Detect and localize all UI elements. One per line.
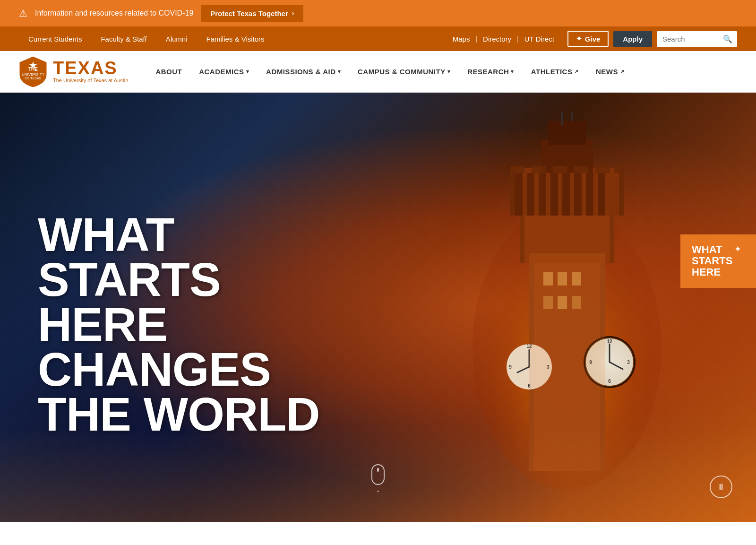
svg-rect-50: [558, 296, 567, 309]
what-starts-here-badge[interactable]: WHAT STARTS HERE ✦: [680, 234, 756, 288]
scroll-mouse-icon: [371, 464, 385, 485]
svg-rect-51: [572, 296, 581, 309]
main-navigation: THE UNIVERSITY OF TEXAS TEXAS The Univer…: [0, 51, 756, 93]
about-nav-link[interactable]: ABOUT: [147, 51, 190, 93]
svg-rect-26: [574, 166, 588, 173]
chevron-down-icon: ▾: [246, 69, 249, 75]
admissions-nav-link[interactable]: ADMISSIONS & AID ▾: [258, 51, 349, 93]
svg-text:OF TEXAS: OF TEXAS: [25, 77, 42, 80]
search-icon: 🔍: [723, 35, 732, 43]
svg-rect-25: [553, 166, 567, 173]
ut-direct-link[interactable]: UT Direct: [519, 26, 560, 51]
svg-text:6: 6: [608, 379, 611, 384]
search-input[interactable]: [657, 32, 718, 46]
faculty-staff-link[interactable]: Faculty & Staff: [91, 26, 156, 51]
covid-text: Information and resources related to COV…: [35, 9, 193, 17]
svg-rect-12: [527, 173, 534, 216]
svg-rect-20: [548, 121, 586, 145]
university-name: The University of Texas at Austin: [53, 77, 128, 84]
svg-rect-48: [572, 272, 581, 285]
svg-rect-13: [539, 173, 546, 216]
svg-rect-27: [595, 166, 610, 173]
campus-community-nav-link[interactable]: CAMPUS & COMMUNITY ▾: [349, 51, 459, 93]
chevron-down-icon-4: ▾: [511, 69, 514, 75]
chevron-down-icon-2: ▾: [338, 69, 341, 75]
svg-rect-18: [598, 173, 605, 216]
give-btn-label: Give: [585, 35, 601, 43]
search-button[interactable]: 🔍: [718, 31, 737, 47]
external-link-icon-2: ↗: [620, 69, 625, 75]
badge-star-icon: ✦: [734, 244, 741, 254]
svg-text:9: 9: [509, 364, 512, 370]
athletics-nav-link[interactable]: ATHLETICS ↗: [523, 51, 587, 93]
top-nav-links: Current Students Faculty & Staff Alumni …: [19, 26, 447, 51]
ut-shield-icon: THE UNIVERSITY OF TEXAS: [19, 56, 47, 88]
research-nav-link[interactable]: RESEARCH ▾: [459, 51, 523, 93]
pause-button[interactable]: ⏸: [710, 476, 732, 498]
logo-text: TEXAS The University of Texas at Austin: [53, 59, 128, 84]
top-nav-right-links: Maps | Directory | UT Direct ✦ Give Appl…: [447, 26, 737, 51]
news-nav-link[interactable]: NEWS ↗: [587, 51, 633, 93]
university-logo[interactable]: THE UNIVERSITY OF TEXAS TEXAS The Univer…: [19, 56, 128, 88]
svg-text:3: 3: [627, 360, 630, 365]
badge-text: WHAT STARTS HERE: [692, 244, 732, 278]
give-star-icon: ✦: [576, 35, 582, 43]
svg-rect-22: [571, 112, 573, 121]
directory-link[interactable]: Directory: [477, 26, 517, 51]
svg-text:THE: THE: [28, 67, 38, 72]
apply-btn-label: Apply: [623, 35, 643, 43]
svg-text:12: 12: [607, 339, 612, 344]
svg-text:UNIVERSITY: UNIVERSITY: [22, 72, 45, 77]
hero-section: 12 3 6 9 12 3 6 9: [0, 93, 756, 522]
scroll-indicator[interactable]: ⌄: [371, 464, 385, 493]
top-navigation: Current Students Faculty & Staff Alumni …: [0, 26, 756, 51]
svg-rect-17: [586, 173, 593, 216]
alert-icon: ⚠: [19, 8, 27, 19]
apply-button[interactable]: Apply: [613, 31, 652, 47]
svg-rect-11: [515, 173, 523, 216]
svg-rect-47: [558, 272, 567, 285]
svg-rect-15: [562, 173, 570, 216]
svg-rect-28: [614, 166, 624, 173]
alumni-link[interactable]: Alumni: [156, 26, 197, 51]
search-box: 🔍: [657, 31, 737, 47]
chevron-right-icon: ›: [292, 9, 294, 17]
svg-rect-14: [550, 173, 558, 216]
svg-rect-16: [574, 173, 582, 216]
give-button[interactable]: ✦ Give: [567, 31, 609, 47]
hero-text-block: WHAT STARTS HERE CHANGES THE WORLD: [38, 212, 319, 437]
texas-wordmark: TEXAS: [53, 59, 128, 77]
maps-link[interactable]: Maps: [447, 26, 476, 51]
pause-icon: ⏸: [717, 482, 725, 492]
external-link-icon: ↗: [574, 69, 579, 75]
svg-rect-24: [532, 166, 546, 173]
covid-banner: ⚠ Information and resources related to C…: [0, 0, 756, 26]
current-students-link[interactable]: Current Students: [19, 26, 91, 51]
protect-btn-label: Protect Texas Together: [210, 9, 288, 17]
svg-rect-21: [561, 112, 563, 126]
academics-nav-link[interactable]: ACADEMICS ▾: [190, 51, 258, 93]
main-nav-links: ABOUT ACADEMICS ▾ ADMISSIONS & AID ▾ CAM…: [147, 51, 737, 93]
hero-heading: WHAT STARTS HERE CHANGES THE WORLD: [38, 212, 319, 437]
families-visitors-link[interactable]: Families & Visitors: [197, 26, 274, 51]
svg-rect-46: [543, 272, 553, 285]
scroll-chevron-icon: ⌄: [376, 487, 380, 493]
protect-texas-button[interactable]: Protect Texas Together ›: [201, 5, 303, 22]
svg-rect-49: [543, 296, 553, 309]
svg-rect-23: [510, 166, 524, 173]
chevron-down-icon-3: ▾: [447, 69, 451, 75]
